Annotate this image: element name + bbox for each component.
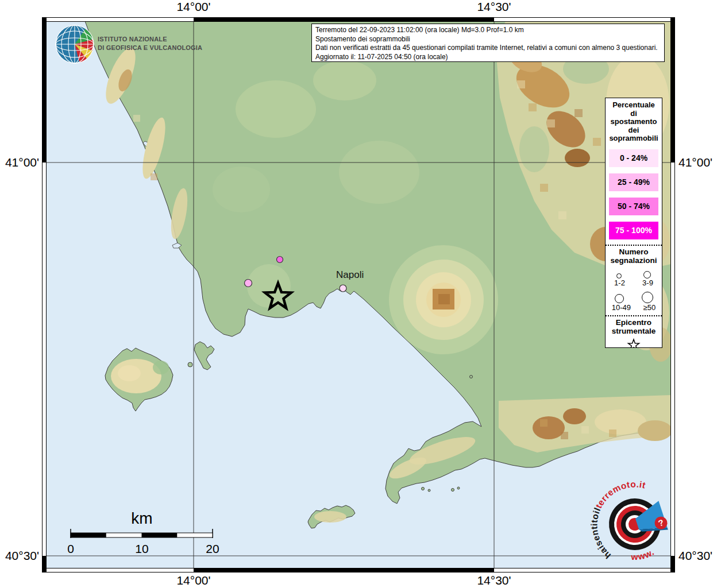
coord-bottom-right: 14°30'	[477, 574, 511, 587]
signal-labels-row-1: 1-2 3-9	[606, 278, 662, 287]
legend-swatch-50-74: 50 - 74%	[609, 198, 658, 215]
ingv-institute-name: ISTITUTO NAZIONALE DI GEOFISICA E VULCAN…	[98, 35, 202, 52]
scale-bar-unit: km	[131, 509, 152, 527]
ingv-name-line1: ISTITUTO NAZIONALE	[98, 35, 202, 44]
legend-swatch-0-24: 0 - 24%	[609, 149, 658, 167]
legend-separator-1	[606, 245, 662, 246]
ingv-name-line2: DI GEOFISICA E VULCANOLOGIA	[98, 44, 202, 52]
scale-tick-20: 20	[206, 542, 219, 555]
legend-swatch-75-100: 75 - 100%	[609, 222, 658, 239]
legend-title: Percentuale di spostamento dei soprammob…	[606, 101, 662, 143]
city-label-napoli: Napoli	[336, 269, 364, 280]
coord-top-right: 14°30'	[477, 0, 511, 13]
signal-circle-1-2-icon	[616, 273, 622, 278]
coord-right-bottom: 40°30'	[678, 549, 712, 562]
signal-circles-row-2	[606, 289, 662, 303]
epicenter-title: Epicentro strumentale	[606, 318, 662, 335]
info-line-source: Dati non verificati estratti da 45 quest…	[315, 44, 661, 53]
signal-circle-10-49-icon	[615, 294, 624, 303]
coord-right-top: 41°00'	[678, 156, 712, 169]
coord-bottom-left: 14°00'	[176, 574, 210, 587]
coord-left-top: 41°00'	[5, 156, 39, 169]
haisentitoilterremoto-map-page: { "branding": { "institute_line1": "ISTI…	[0, 0, 721, 588]
earthquake-info-box: Terremoto del 22-09-2023 11:02:00 (ora l…	[311, 24, 665, 62]
signals-title: Numero segnalazioni	[606, 247, 662, 265]
signal-circle-3-9-icon	[643, 271, 651, 278]
info-line-updated: Aggiornato il: 11-07-2025 04:50 (ora loc…	[315, 53, 661, 62]
signal-circle-50plus-icon	[642, 292, 653, 303]
info-line-event: Terremoto del 22-09-2023 11:02:00 (ora l…	[315, 26, 661, 35]
signal-labels-row-2: 10-49 ≥50	[606, 303, 662, 312]
marker-circle-50-74	[277, 257, 283, 263]
signal-circles-row-1	[606, 267, 662, 278]
coord-left-bottom: 40°30'	[5, 549, 39, 562]
scale-tick-10: 10	[135, 542, 148, 555]
ingv-logo	[56, 25, 94, 63]
map-interior: km 0 10 20 Napoli	[46, 21, 677, 574]
island-vivara	[188, 362, 192, 367]
marker-circle-25-49	[245, 280, 252, 287]
coord-top-left: 14°00'	[176, 0, 210, 13]
legend-separator-2	[606, 315, 662, 316]
ingv-globe-grid	[56, 25, 94, 63]
marker-circle-0-24-napoli	[340, 285, 346, 292]
info-line-effect: Spostamento dei soprammobili	[315, 35, 661, 44]
legend-swatch-25-49: 25 - 49%	[609, 173, 658, 191]
scale-tick-0: 0	[67, 542, 74, 555]
epicenter-legend-star-icon	[626, 338, 641, 349]
legend-panel: Percentuale di spostamento dei soprammob…	[605, 98, 662, 348]
